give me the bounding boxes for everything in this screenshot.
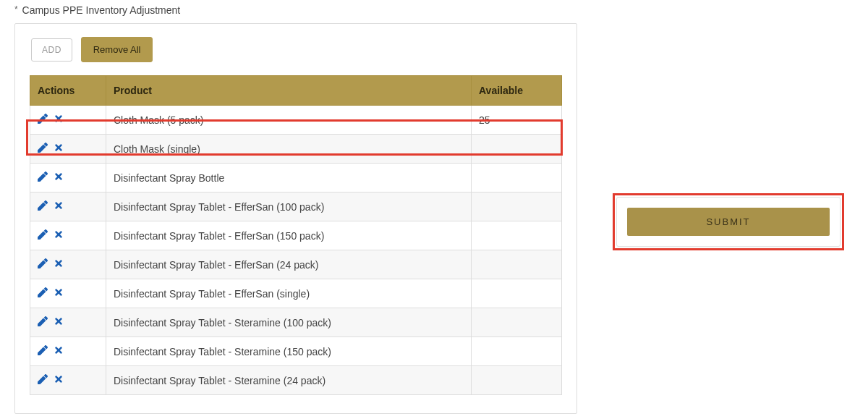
cell-available: 25 <box>472 106 562 135</box>
inventory-adjustment-pane: * Campus PPE Inventory Adjustment ADD Re… <box>0 0 587 419</box>
inventory-table: Actions Product Available Cloth Mask (5 … <box>30 75 562 395</box>
edit-icon[interactable] <box>38 374 48 386</box>
cell-available <box>472 192 562 221</box>
delete-icon[interactable] <box>54 345 64 357</box>
delete-icon[interactable] <box>54 374 64 386</box>
action-icons <box>38 345 98 357</box>
table-row: Cloth Mask (5 pack) 25 <box>30 106 562 135</box>
cell-product: Cloth Mask (5 pack) <box>106 106 472 135</box>
col-header-actions: Actions <box>30 76 106 106</box>
section-title: * Campus PPE Inventory Adjustment <box>0 0 587 23</box>
cell-actions <box>30 192 106 221</box>
cell-actions <box>30 308 106 337</box>
cell-available <box>472 279 562 308</box>
delete-icon[interactable] <box>54 316 64 329</box>
action-icons <box>38 143 98 155</box>
table-row: Disinfectant Spray Tablet - EfferSan (si… <box>30 279 562 308</box>
delete-icon[interactable] <box>54 258 64 271</box>
cell-actions <box>30 106 106 135</box>
table-header-row: Actions Product Available <box>30 76 562 106</box>
cell-available <box>472 250 562 279</box>
cell-actions <box>30 337 106 366</box>
remove-all-button[interactable]: Remove All <box>81 37 153 62</box>
table-row: Disinfectant Spray Tablet - Steramine (1… <box>30 308 562 337</box>
delete-icon[interactable] <box>54 229 64 242</box>
action-icons <box>38 316 98 329</box>
inventory-panel: ADD Remove All Actions Product Available <box>14 23 577 414</box>
table-row: Disinfectant Spray Tablet - Steramine (1… <box>30 337 562 366</box>
edit-icon[interactable] <box>38 172 48 184</box>
delete-icon[interactable] <box>54 287 64 300</box>
edit-icon[interactable] <box>38 316 48 329</box>
cell-product: Disinfectant Spray Tablet - EfferSan (10… <box>106 192 472 221</box>
action-icons <box>38 229 98 242</box>
cell-product: Disinfectant Spray Tablet - Steramine (2… <box>106 366 472 395</box>
delete-icon[interactable] <box>54 114 64 126</box>
edit-icon[interactable] <box>38 114 48 126</box>
action-icons <box>38 172 98 184</box>
cell-actions <box>30 250 106 279</box>
cell-available <box>472 135 562 164</box>
table-row: Disinfectant Spray Bottle <box>30 164 562 192</box>
delete-icon[interactable] <box>54 172 64 184</box>
cell-available <box>472 337 562 366</box>
cell-product: Cloth Mask (single) <box>106 135 472 164</box>
edit-icon[interactable] <box>38 345 48 357</box>
button-row: ADD Remove All <box>15 37 576 75</box>
cell-actions <box>30 135 106 164</box>
table-row: Disinfectant Spray Tablet - Steramine (2… <box>30 366 562 395</box>
cell-product: Disinfectant Spray Tablet - Steramine (1… <box>106 308 472 337</box>
action-icons <box>38 287 98 300</box>
cell-product: Disinfectant Spray Tablet - EfferSan (24… <box>106 250 472 279</box>
action-icons <box>38 114 98 126</box>
cell-product: Disinfectant Spray Tablet - Steramine (1… <box>106 337 472 366</box>
table-row: Disinfectant Spray Tablet - EfferSan (15… <box>30 221 562 250</box>
cell-product: Disinfectant Spray Tablet - EfferSan (si… <box>106 279 472 308</box>
edit-icon[interactable] <box>38 229 48 242</box>
cell-actions <box>30 366 106 395</box>
cell-product: Disinfectant Spray Bottle <box>106 164 472 192</box>
cell-available <box>472 366 562 395</box>
delete-icon[interactable] <box>54 200 64 213</box>
section-title-text: Campus PPE Inventory Adjustment <box>22 4 181 16</box>
edit-icon[interactable] <box>38 143 48 155</box>
cell-available <box>472 164 562 192</box>
action-icons <box>38 258 98 271</box>
cell-actions <box>30 221 106 250</box>
edit-icon[interactable] <box>38 287 48 300</box>
submit-card: SUBMIT <box>616 197 841 247</box>
required-asterisk: * <box>14 4 18 14</box>
cell-actions <box>30 164 106 192</box>
col-header-product: Product <box>106 76 472 106</box>
action-icons <box>38 200 98 213</box>
add-button[interactable]: ADD <box>31 38 72 62</box>
edit-icon[interactable] <box>38 258 48 271</box>
table-row: Cloth Mask (single) <box>30 135 562 164</box>
table-row: Disinfectant Spray Tablet - EfferSan (10… <box>30 192 562 221</box>
cell-actions <box>30 279 106 308</box>
edit-icon[interactable] <box>38 200 48 213</box>
cell-available <box>472 308 562 337</box>
cell-available <box>472 221 562 250</box>
submit-pane: SUBMIT <box>616 197 841 247</box>
cell-product: Disinfectant Spray Tablet - EfferSan (15… <box>106 221 472 250</box>
col-header-available: Available <box>472 76 562 106</box>
table-row: Disinfectant Spray Tablet - EfferSan (24… <box>30 250 562 279</box>
delete-icon[interactable] <box>54 143 64 155</box>
submit-button[interactable]: SUBMIT <box>627 208 830 236</box>
action-icons <box>38 374 98 386</box>
